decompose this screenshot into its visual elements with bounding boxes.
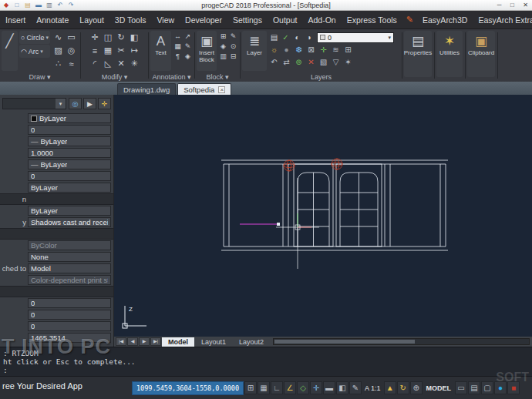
- property-row[interactable]: — Color-dependent print st...: [0, 274, 113, 286]
- model-space-toggle[interactable]: MODEL: [423, 384, 455, 392]
- tab-layout1[interactable]: Layout1: [195, 337, 232, 347]
- mirror-icon[interactable]: ◧: [128, 31, 141, 44]
- fillet-icon[interactable]: ◜: [89, 57, 102, 70]
- explode-icon[interactable]: ✳: [128, 57, 141, 70]
- property-value[interactable]: — ByColor: [28, 240, 111, 250]
- undo-icon[interactable]: ↶: [56, 1, 65, 9]
- open-file-icon[interactable]: ▤: [23, 1, 32, 9]
- property-value[interactable]: — ByLayer: [28, 183, 111, 193]
- utilities-button[interactable]: ✶ Utilities: [436, 31, 463, 77]
- ribbon-group-label-modify[interactable]: Modify ▾: [81, 73, 148, 81]
- layer-isolate-icon[interactable]: ◐: [291, 32, 303, 43]
- property-row[interactable]: — None: [0, 251, 113, 263]
- leader-icon[interactable]: ↗: [183, 31, 193, 41]
- insert-block-button[interactable]: ▣ Insert Block: [197, 31, 217, 71]
- command-line-panel[interactable]: : RTZOOMht click or Esc to complete...:: [0, 347, 532, 376]
- ribbon-group-label-draw[interactable]: Draw ▾: [0, 73, 79, 81]
- layer-walk-icon[interactable]: ≋: [330, 44, 342, 55]
- style-icon[interactable]: ◈: [183, 51, 193, 61]
- redo-icon[interactable]: ↷: [66, 1, 76, 9]
- next-tab-button[interactable]: ▶: [139, 337, 150, 346]
- annotation-visibility-icon[interactable]: ▲: [384, 381, 396, 394]
- paragraph-icon[interactable]: ¶: [173, 51, 183, 61]
- offset-icon[interactable]: ≡: [89, 44, 102, 57]
- new-file-icon[interactable]: □: [12, 1, 22, 9]
- alert-button[interactable]: ■: [507, 381, 520, 394]
- ellipse-icon[interactable]: ◎: [65, 44, 78, 57]
- properties-button[interactable]: ▤ Properties: [404, 31, 432, 77]
- layer-states-icon[interactable]: ✓: [280, 32, 291, 43]
- line-tool-button[interactable]: ╱: [2, 31, 18, 71]
- save-icon[interactable]: ▬: [34, 1, 43, 9]
- rotate-icon[interactable]: ↻: [115, 31, 128, 44]
- property-row[interactable]: — ByColor: [0, 240, 113, 251]
- first-tab-button[interactable]: |◀: [116, 337, 126, 346]
- quick-properties-icon[interactable]: ▤: [468, 381, 480, 394]
- move-icon[interactable]: ✛: [89, 31, 102, 44]
- menu-item[interactable]: EasyArch3D: [417, 11, 473, 28]
- layer-current-icon[interactable]: ⊚: [293, 56, 305, 68]
- tab-model[interactable]: Model: [162, 337, 194, 347]
- create-block-icon[interactable]: ⊞: [218, 31, 228, 41]
- clipboard-button[interactable]: ▣ Clipboard: [467, 31, 495, 77]
- scrollbar-thumb[interactable]: [274, 340, 415, 344]
- polar-icon[interactable]: ∠: [284, 381, 296, 394]
- edit-block-icon[interactable]: ✎: [228, 31, 238, 41]
- document-tab-softpedia[interactable]: Softpedia ×: [177, 83, 231, 95]
- property-row[interactable]: —: [0, 228, 113, 240]
- property-value[interactable]: — ByLayer: [28, 159, 111, 169]
- menu-item[interactable]: View: [152, 11, 180, 28]
- hatch-icon[interactable]: ▨: [52, 44, 65, 57]
- tablet-icon[interactable]: ▭: [455, 381, 467, 394]
- layer-match-icon[interactable]: ✛: [318, 44, 329, 55]
- dynamic-input-icon[interactable]: ✎: [349, 381, 362, 394]
- workspace-icon[interactable]: ⊕: [410, 381, 423, 394]
- extend-icon[interactable]: ↦: [128, 44, 141, 57]
- layer-selector[interactable]: 0 ▾: [317, 32, 394, 43]
- ribbon-group-label-block[interactable]: Block ▾: [195, 73, 240, 81]
- text-edit-icon[interactable]: ✎: [183, 41, 193, 51]
- layer-lock-icon[interactable]: ⊠: [305, 44, 317, 55]
- selection-combo[interactable]: ▾: [2, 98, 66, 109]
- layer-merge-icon[interactable]: ⊞: [342, 44, 354, 55]
- property-value[interactable]: — 0: [28, 321, 111, 331]
- layer-previous-icon[interactable]: ↶: [268, 56, 280, 68]
- menu-item[interactable]: Annotate: [31, 11, 74, 28]
- drawing-canvas[interactable]: Z: [114, 95, 532, 337]
- attribute-icon[interactable]: ▥: [218, 51, 228, 61]
- property-value[interactable]: — Shadows cast and recei...: [28, 217, 111, 227]
- base-point-icon[interactable]: ⊙: [228, 41, 238, 51]
- property-row[interactable]: —: [0, 286, 113, 297]
- arc-button[interactable]: ◠ Arc ▾: [19, 45, 50, 58]
- erase-icon[interactable]: ✕: [115, 57, 128, 70]
- trim-icon[interactable]: ✂: [115, 44, 128, 57]
- command-line[interactable]: ht click or Esc to complete...: [3, 357, 529, 366]
- horizontal-scrollbar[interactable]: [273, 338, 530, 345]
- esnap-icon[interactable]: ◇: [297, 381, 309, 394]
- menu-item[interactable]: Layout: [74, 11, 109, 28]
- polyline-icon[interactable]: ∿: [52, 31, 65, 44]
- document-tab-drawing1[interactable]: Drawing1.dwg: [117, 83, 176, 95]
- layer-manager-icon[interactable]: ▧: [318, 56, 329, 68]
- property-value[interactable]: — 0: [28, 125, 111, 135]
- point-icon[interactable]: ∴: [52, 57, 65, 70]
- close-button[interactable]: ✕: [519, 1, 532, 10]
- property-row[interactable]: y — Shadows cast and recei...: [0, 216, 113, 228]
- array-icon[interactable]: ▦: [102, 44, 115, 57]
- layer-settings-icon[interactable]: ✶: [342, 56, 354, 68]
- property-row[interactable]: — ByLayer: [0, 205, 113, 216]
- menu-item[interactable]: Settings: [227, 11, 268, 28]
- property-row[interactable]: — 0: [0, 124, 113, 136]
- property-row[interactable]: — 0: [0, 320, 113, 332]
- annotation-autoscale-icon[interactable]: ↻: [397, 381, 409, 394]
- maximize-button[interactable]: □: [506, 1, 519, 10]
- command-line[interactable]: :: [3, 366, 529, 374]
- property-row[interactable]: — 0: [0, 309, 113, 320]
- chamfer-icon[interactable]: ◺: [102, 57, 115, 70]
- ortho-icon[interactable]: ∟: [271, 381, 283, 394]
- property-row[interactable]: — 1465.3514: [0, 332, 113, 344]
- close-tab-icon[interactable]: ×: [218, 86, 225, 93]
- property-row[interactable]: ched to — Model: [0, 263, 113, 274]
- property-row[interactable]: — 0: [0, 170, 113, 182]
- ribbon-group-label-layers[interactable]: Layers: [241, 73, 402, 81]
